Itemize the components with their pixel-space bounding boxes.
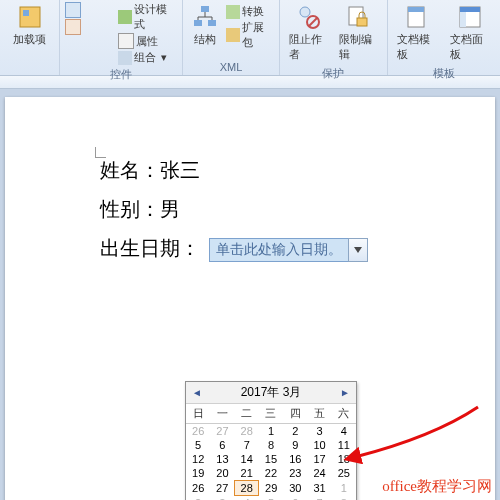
calendar-next-button[interactable]: ► [338, 387, 352, 398]
chevron-down-icon [354, 247, 362, 253]
calendar-day[interactable]: 22 [259, 466, 283, 481]
calendar-day[interactable]: 4 [332, 424, 356, 439]
calendar-day[interactable]: 7 [307, 496, 331, 501]
calendar-day[interactable]: 3 [210, 496, 234, 501]
calendar-day[interactable]: 25 [332, 466, 356, 481]
calendar-day[interactable]: 15 [259, 452, 283, 466]
transform-icon [226, 5, 240, 19]
calendar-day[interactable]: 4 [235, 496, 259, 501]
calendar-day[interactable]: 16 [283, 452, 307, 466]
doc-template-button[interactable]: 文档模板 [393, 2, 442, 64]
group-label-controls: 控件 [110, 65, 132, 82]
calendar-day[interactable]: 7 [235, 438, 259, 452]
restrict-editing-button[interactable]: 限制编辑 [335, 2, 381, 64]
calendar-grid: 日一二三四五六 26272812345678910111213141516171… [186, 404, 356, 500]
group-label-xml: XML [220, 59, 243, 73]
svg-line-7 [309, 18, 317, 26]
calendar-day[interactable]: 10 [307, 438, 331, 452]
svg-rect-11 [408, 7, 424, 12]
date-placeholder-text[interactable]: 单击此处输入日期。 [209, 238, 348, 262]
svg-rect-13 [460, 7, 480, 12]
date-dropdown-button[interactable] [348, 238, 368, 262]
structure-button[interactable]: 结构 [188, 2, 222, 49]
svg-rect-4 [208, 20, 216, 26]
properties-icon [118, 33, 134, 49]
svg-rect-14 [460, 12, 466, 27]
block-authors-icon [295, 4, 321, 30]
calendar-day[interactable]: 11 [332, 438, 356, 452]
calendar-day[interactable]: 8 [259, 438, 283, 452]
calendar-title[interactable]: 2017年 3月 [241, 384, 302, 401]
group-label-templates: 模板 [433, 64, 455, 81]
calendar-day[interactable]: 23 [283, 466, 307, 481]
richtext-icon [65, 2, 81, 18]
calendar-prev-button[interactable]: ◄ [190, 387, 204, 398]
line-gender: 性别：男 [100, 196, 495, 223]
calendar-day[interactable]: 18 [332, 452, 356, 466]
controls-gallery[interactable] [65, 2, 114, 35]
calendar-day[interactable]: 30 [283, 481, 307, 496]
calendar-day[interactable]: 31 [307, 481, 331, 496]
structure-icon [192, 4, 218, 30]
calendar-day[interactable]: 26 [186, 424, 210, 439]
calendar-weekday: 三 [259, 404, 283, 424]
group-button[interactable]: 组合 ▾ [118, 50, 177, 65]
group-icon [118, 51, 132, 65]
calendar-day[interactable]: 17 [307, 452, 331, 466]
doc-template-icon [404, 4, 430, 30]
ribbon-group-templates: 文档模板 文档面板 模板 [388, 0, 500, 75]
calendar-day[interactable]: 2 [283, 424, 307, 439]
calendar-day[interactable]: 9 [283, 438, 307, 452]
calendar-day[interactable]: 6 [210, 438, 234, 452]
calendar-day[interactable]: 14 [235, 452, 259, 466]
calendar-weekday: 四 [283, 404, 307, 424]
doc-panel-button[interactable]: 文档面板 [446, 2, 495, 64]
calendar-day[interactable]: 6 [283, 496, 307, 501]
page-margin-corner [95, 147, 106, 158]
expansion-pack-button[interactable]: 扩展包 [226, 20, 273, 50]
design-mode-button[interactable]: 设计模式 [118, 2, 177, 32]
svg-rect-9 [357, 18, 367, 26]
calendar-day[interactable]: 5 [186, 438, 210, 452]
calendar-day[interactable]: 26 [186, 481, 210, 496]
calendar-day[interactable]: 8 [332, 496, 356, 501]
calendar-day[interactable]: 27 [210, 424, 234, 439]
line-birthdate: 出生日期： 单击此处输入日期。 [100, 235, 495, 262]
svg-rect-1 [23, 10, 29, 16]
addins-button[interactable]: 加载项 [9, 2, 50, 49]
date-content-control[interactable]: 单击此处输入日期。 [209, 238, 368, 262]
calendar-day[interactable]: 21 [235, 466, 259, 481]
calendar-day[interactable]: 2 [186, 496, 210, 501]
svg-rect-3 [194, 20, 202, 26]
calendar-day[interactable]: 12 [186, 452, 210, 466]
svg-point-5 [300, 7, 310, 17]
group-label-protect: 保护 [322, 64, 344, 81]
calendar-day[interactable]: 29 [259, 481, 283, 496]
transform-button[interactable]: 转换 [226, 4, 273, 19]
ribbon: 加载项 设计模式 属性 组合 ▾ 控件 结构 转换 扩展包 XML [0, 0, 500, 76]
page-area: 姓名：张三 性别：男 出生日期： 单击此处输入日期。 ◄ 2017年 3月 ► … [0, 89, 500, 500]
block-authors-button[interactable]: 阻止作者 [285, 2, 331, 64]
svg-rect-2 [201, 6, 209, 12]
calendar-weekday: 一 [210, 404, 234, 424]
calendar-day[interactable]: 19 [186, 466, 210, 481]
calendar-day[interactable]: 27 [210, 481, 234, 496]
ribbon-group-addins: 加载项 [0, 0, 60, 75]
expansion-icon [226, 28, 240, 42]
calendar-day[interactable]: 1 [332, 481, 356, 496]
calendar-day[interactable]: 24 [307, 466, 331, 481]
properties-button[interactable]: 属性 [118, 33, 177, 49]
calendar-day[interactable]: 3 [307, 424, 331, 439]
calendar-day[interactable]: 28 [235, 424, 259, 439]
calendar-day[interactable]: 5 [259, 496, 283, 501]
calendar-weekday: 日 [186, 404, 210, 424]
doc-panel-icon [457, 4, 483, 30]
restrict-icon [345, 4, 371, 30]
date-picker-popup[interactable]: ◄ 2017年 3月 ► 日一二三四五六 2627281234567891011… [185, 381, 357, 500]
calendar-day[interactable]: 28 [235, 481, 259, 496]
calendar-day[interactable]: 13 [210, 452, 234, 466]
calendar-day[interactable]: 20 [210, 466, 234, 481]
calendar-day[interactable]: 1 [259, 424, 283, 439]
calendar-weekday: 五 [307, 404, 331, 424]
toolbar-lower-edge [0, 76, 500, 89]
